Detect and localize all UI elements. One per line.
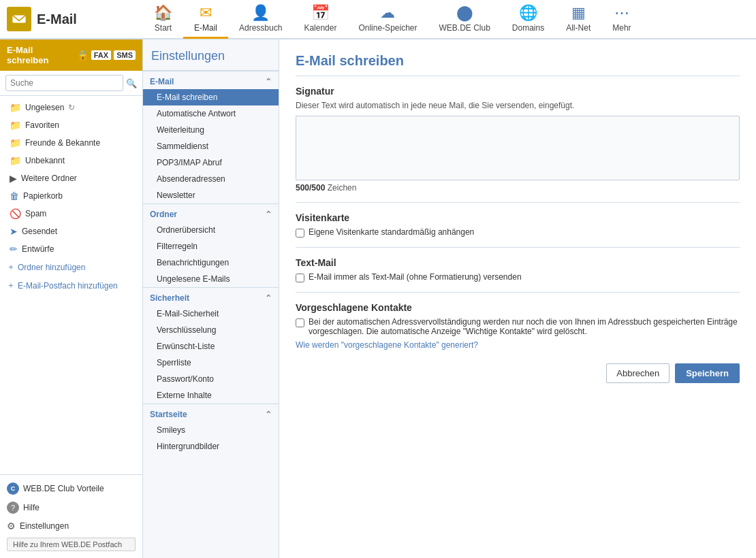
settings-item-externe-inhalte[interactable]: Externe Inhalte [143,387,279,404]
visitenkarte-label: Eigene Visitenkarte standardmäßig anhäng… [309,227,474,237]
friends-icon: 📁 [10,137,21,148]
vorgeschlagene-kontakte-link[interactable]: Wie werden "vorgeschlagene Kontakte" gen… [296,340,740,350]
settings-item-newsletter[interactable]: Newsletter [143,187,279,203]
settings-section-email-header[interactable]: E-Mail ⌃ [143,71,279,89]
char-count: 500/500 Zeichen [296,183,740,193]
club-vorteile-label: WEB.DE Club Vorteile [23,484,104,493]
settings-section-email-label: E-Mail [150,77,174,86]
action-ordner-hinzufuegen[interactable]: ＋ Ordner hinzufügen [0,258,142,276]
settings-section-sicherheit-header[interactable]: Sicherheit ⌃ [143,287,279,306]
club-icon: ⬤ [456,4,473,22]
folder-gesendet[interactable]: ➤ Gesendet [0,223,142,240]
trash-icon: 🗑 [10,191,19,201]
main-layout: E-Mail schreiben 🔒 FAX SMS 🔍 📁 Ungelesen… [0,39,756,558]
all-net-icon: ▦ [571,4,586,22]
settings-section-ordner-header[interactable]: Ordner ⌃ [143,203,279,222]
collapse-ordner-icon[interactable]: ⌃ [265,210,272,219]
nav-kalender[interactable]: 📅 Kalender [293,0,347,39]
cancel-button[interactable]: Abbrechen [606,363,670,383]
char-count-value: 500/500 [296,183,325,193]
settings-section-startseite: Startseite ⌃ Smileys Hintergrundbilder [143,404,279,455]
settings-section-sicherheit-label: Sicherheit [150,293,189,303]
settings-item-email-sicherheit[interactable]: E-Mail-Sicherheit [143,306,279,322]
settings-item-ordneruebersicht[interactable]: Ordnerübersicht [143,222,279,238]
nav-club-label: WEB.DE Club [439,23,490,33]
collapse-sicherheit-icon[interactable]: ⌃ [265,293,272,303]
unknown-icon: 📁 [10,155,21,166]
settings-item-filterregeln[interactable]: Filterregeln [143,238,279,255]
settings-item-email-schreiben[interactable]: E-Mail schreiben [143,89,279,105]
visitenkarte-checkbox[interactable] [296,229,304,237]
text-mail-label: E-Mail immer als Text-Mail (ohne Formati… [309,272,522,282]
nav-adressbuch[interactable]: 👤 Adressbuch [228,0,293,39]
folder-unbekannt[interactable]: 📁 Unbekannt [0,152,142,169]
folder-favoriten-label: Favoriten [25,120,59,130]
nav-email[interactable]: ✉ E-Mail [183,0,228,39]
fax-button[interactable]: FAX [91,50,111,60]
folder-entwuerfe[interactable]: ✏ Entwürfe [0,240,142,258]
nav-club[interactable]: ⬤ WEB.DE Club [428,0,501,39]
refresh-icon[interactable]: ↻ [68,103,75,112]
app-title: E-Mail [37,12,77,27]
nav-mehr[interactable]: ⋯ Mehr [601,0,642,39]
lock-icon: 🔒 [77,50,89,61]
settings-item-smileys[interactable]: Smileys [143,422,279,438]
action-postfach-label: E-Mail-Postfach hinzufügen [18,281,118,291]
folder-weitere-label: Weitere Ordner [21,174,77,183]
settings-item-hintergrundbilder[interactable]: Hintergrundbilder [143,438,279,455]
settings-item-verschluesselung[interactable]: Verschlüsselung [143,322,279,338]
mehr-icon: ⋯ [614,4,629,22]
vorgeschlagene-kontakte-checkbox-row: Bei der automatischen Adressvervollständ… [296,317,740,336]
inbox-icon: 📁 [10,102,21,113]
settings-section-startseite-header[interactable]: Startseite ⌃ [143,404,279,422]
folder-freunde-label: Freunde & Bekannte [25,138,100,148]
signature-textarea[interactable] [296,116,740,180]
settings-section-sicherheit: Sicherheit ⌃ E-Mail-Sicherheit Verschlüs… [143,287,279,404]
settings-section-ordner-label: Ordner [150,210,177,219]
folder-unbekannt-label: Unbekannt [25,156,65,165]
save-button[interactable]: Speichern [675,363,740,383]
nav-start-label: Start [155,23,172,33]
folder-ungelesen[interactable]: 📁 Ungelesen ↻ [0,99,142,116]
settings-item-sammeldienst[interactable]: Sammeldienst [143,138,279,154]
folder-ungelesen-label: Ungelesen [25,103,64,112]
settings-item-absenderadressen[interactable]: Absenderadressen [143,171,279,187]
nav-domains[interactable]: 🌐 Domains [501,0,555,39]
settings-item-automatische-antwort[interactable]: Automatische Antwort [143,105,279,122]
sms-button[interactable]: SMS [114,50,136,60]
settings-item-benachrichtigungen[interactable]: Benachrichtigungen [143,255,279,271]
collapse-email-icon[interactable]: ⌃ [265,77,272,86]
spam-icon: 🚫 [10,208,21,219]
folder-papierkorb[interactable]: 🗑 Papierkorb [0,187,142,205]
action-postfach-hinzufuegen[interactable]: ＋ E-Mail-Postfach hinzufügen [0,276,142,295]
settings-item-ungelesene-emails[interactable]: Ungelesene E-Mails [143,271,279,287]
help-icon: ? [7,502,19,514]
hilfe-item[interactable]: ? Hilfe [0,498,142,517]
collapse-startseite-icon[interactable]: ⌃ [265,410,272,419]
search-icon[interactable]: 🔍 [126,78,137,88]
nav-start[interactable]: 🏠 Start [143,0,183,39]
settings-item-erwuenscht-liste[interactable]: Erwünscht-Liste [143,338,279,355]
search-input[interactable] [5,75,123,91]
club-vorteile-item[interactable]: C WEB.DE Club Vorteile [0,479,142,498]
folder-favoriten[interactable]: 📁 Favoriten [0,116,142,134]
settings-item-passwort-konto[interactable]: Passwort/Konto [143,371,279,387]
vorgeschlagene-kontakte-checkbox[interactable] [296,318,304,327]
text-mail-checkbox[interactable] [296,274,304,282]
settings-item-pop3-imap[interactable]: POP3/IMAP Abruf [143,154,279,171]
nav-all-net[interactable]: ▦ All-Net [555,0,601,39]
folder-weitere[interactable]: ▶ Weitere Ordner [0,169,142,187]
email-icon: ✉ [200,4,212,22]
start-icon: 🏠 [154,4,172,22]
vorgeschlagene-kontakte-section: Vorgeschlagene Kontakte Bei der automati… [296,302,740,350]
nav-online-speicher[interactable]: ☁ Online-Speicher [347,0,428,39]
folder-freunde[interactable]: 📁 Freunde & Bekannte [0,134,142,152]
text-mail-section: Text-Mail E-Mail immer als Text-Mail (oh… [296,257,740,282]
club-badge-icon: C [7,482,19,495]
settings-item-sperrliste[interactable]: Sperrliste [143,355,279,371]
einstellungen-item[interactable]: ⚙ Einstellungen [0,517,142,535]
add-folder-icon: ＋ [7,261,15,273]
settings-item-weiterleitung[interactable]: Weiterleitung [143,122,279,138]
folder-spam[interactable]: 🚫 Spam [0,205,142,223]
compose-bar[interactable]: E-Mail schreiben 🔒 FAX SMS [0,39,142,71]
